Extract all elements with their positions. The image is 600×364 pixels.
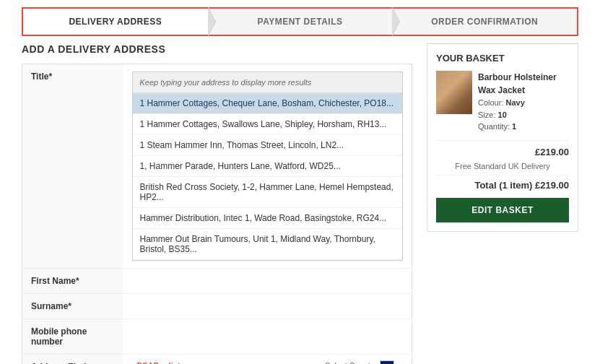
dropdown-item[interactable]: 1, Hammer Parade, Hunters Lane, Watford,… — [133, 156, 403, 177]
dropdown-item[interactable]: Hammer Distribution, Intec 1, Wade Road,… — [133, 208, 403, 229]
product-thumbnail — [436, 71, 472, 114]
form-table: Title* Keep typing your address to displ… — [22, 64, 412, 364]
step-confirmation[interactable]: Order Confirmation — [392, 9, 577, 35]
steps-bar: Delivery Address Payment Details Order C… — [22, 7, 578, 36]
field-cell-firstname — [123, 269, 412, 294]
delivery-text: Free Standard UK Delivery — [436, 162, 569, 170]
product-info: Barbour Holsteiner Wax Jacket Colour: Na… — [478, 71, 569, 133]
form-area: Add a Delivery Address Title* Keep typin… — [22, 43, 427, 364]
dropdown-hint: Keep typing your address to display more… — [133, 72, 403, 93]
basket-price: £219.00 — [436, 147, 569, 157]
step-delivery[interactable]: Delivery Address — [23, 9, 208, 35]
table-row: Surname* — [22, 294, 412, 319]
field-label-firstname: First Name* — [22, 269, 123, 294]
product-size: Size: 10 — [478, 109, 569, 121]
section-title: Add a Delivery Address — [22, 43, 412, 55]
dropdown-item[interactable]: 1 Hammer Cottages, Swallows Lane, Shiple… — [133, 114, 403, 135]
dropdown-item[interactable]: 1 Hammer Cottages, Chequer Lane, Bosham,… — [133, 93, 403, 114]
field-label-title: Title* — [22, 64, 123, 269]
step-payment[interactable]: Payment Details — [208, 9, 393, 35]
product-image — [436, 71, 472, 114]
field-cell-address-finder: ●PCAPredict Select Country ? — [123, 355, 412, 365]
pca-logo: ●PCAPredict — [132, 361, 181, 364]
dropdown-item[interactable]: Hammer Out Brain Tumours, Unit 1, Midlan… — [133, 229, 403, 260]
main-content: Add a Delivery Address Title* Keep typin… — [0, 43, 600, 364]
total-line: Total (1 item) £219.00 — [436, 175, 569, 191]
select-country[interactable]: Select Country — [325, 360, 403, 364]
basket-area: Your Basket Barbour Holsteiner Wax Jacke… — [427, 43, 578, 364]
product-row: Barbour Holsteiner Wax Jacket Colour: Na… — [436, 71, 569, 133]
field-cell-surname — [123, 294, 412, 319]
table-row: Title* Keep typing your address to displ… — [22, 64, 412, 269]
dropdown-item[interactable]: British Red Cross Society, 1-2, Hammer L… — [133, 177, 403, 208]
table-row: First Name* — [22, 269, 412, 294]
field-label-mobile: Mobile phone number — [22, 319, 123, 355]
basket-divider — [436, 140, 569, 141]
product-quantity: Quantity: 1 — [478, 121, 569, 133]
product-name: Barbour Holsteiner Wax Jacket — [478, 71, 569, 97]
field-label-address-finder: Address Finder — [22, 355, 123, 365]
flag-icon — [380, 360, 394, 364]
product-colour: Colour: Navy — [478, 97, 569, 109]
edit-basket-button[interactable]: Edit Basket — [436, 198, 569, 222]
dropdown-item[interactable]: 1 Steam Hammer Inn, Thomas Street, Linco… — [133, 135, 403, 156]
table-row: Mobile phone number — [22, 319, 412, 355]
address-dropdown[interactable]: Keep typing your address to display more… — [132, 72, 404, 261]
field-cell-mobile — [123, 319, 412, 355]
pca-bar: ●PCAPredict Select Country — [132, 360, 404, 364]
basket-box: Your Basket Barbour Holsteiner Wax Jacke… — [427, 43, 578, 232]
field-cell-title: Keep typing your address to display more… — [123, 64, 412, 269]
field-label-surname: Surname* — [22, 294, 123, 319]
table-row: Address Finder ●PCAPredict Select Countr… — [22, 355, 412, 365]
chevron-down-icon — [397, 361, 403, 364]
basket-title: Your Basket — [436, 53, 569, 64]
